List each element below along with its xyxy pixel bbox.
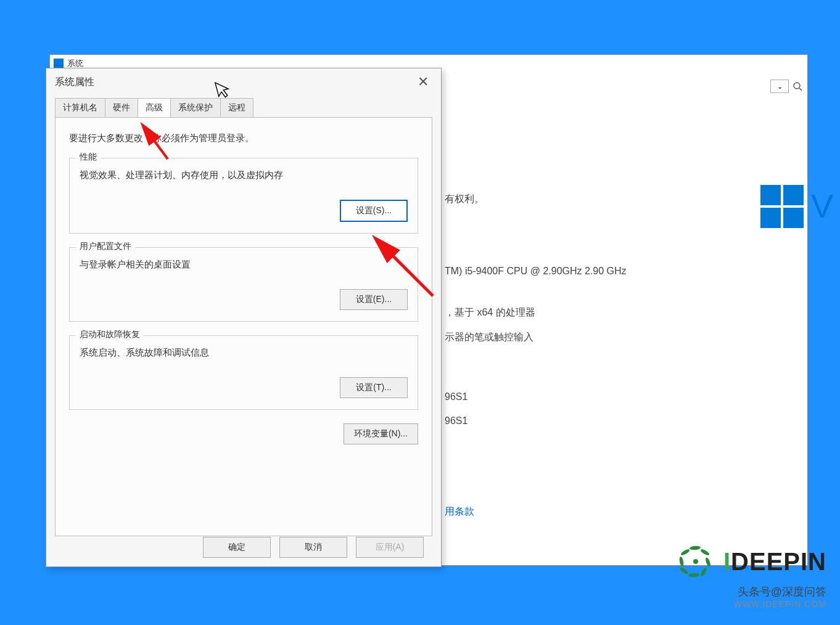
performance-group: 性能 视觉效果、处理器计划、内存使用，以及虚拟内存 设置(S)...: [69, 158, 418, 234]
watermark: IDEEPIN 头条号@深度问答 WWW.IDEEPIN.COM: [674, 540, 826, 609]
terms-link[interactable]: 用条款: [445, 503, 827, 520]
tab-computer-name[interactable]: 计算机名: [55, 98, 105, 117]
admin-intro: 要进行大多数更改，你必须作为管理员登录。: [69, 133, 418, 144]
id2-text: 96S1: [445, 412, 827, 429]
watermark-sub: 头条号@深度问答: [674, 584, 826, 599]
tab-hardware[interactable]: 硬件: [105, 98, 138, 117]
tab-remote[interactable]: 远程: [220, 98, 253, 117]
touch-text: 示器的笔或触控输入: [445, 329, 827, 345]
toolbar-right: ⌄: [770, 80, 804, 93]
apply-button[interactable]: 应用(A): [356, 537, 424, 558]
tab-body: 要进行大多数更改，你必须作为管理员登录。 性能 视觉效果、处理器计划、内存使用，…: [55, 117, 432, 536]
svg-point-12: [693, 559, 698, 564]
startup-desc: 系统启动、系统故障和调试信息: [80, 347, 408, 359]
windows-logo: V: [760, 178, 833, 235]
profiles-desc: 与登录帐户相关的桌面设置: [80, 259, 408, 271]
svg-point-11: [679, 557, 685, 567]
watermark-url: WWW.IDEEPIN.COM: [674, 599, 826, 609]
ok-button[interactable]: 确定: [203, 537, 271, 558]
cancel-button[interactable]: 取消: [279, 537, 347, 558]
dialog-footer: 确定 取消 应用(A): [203, 537, 424, 558]
cpu-text: TM) i5-9400F CPU @ 2.90GHz 2.90 GHz: [445, 263, 827, 279]
svg-line-1: [799, 88, 802, 91]
system-info-panel: V 有权利。 TM) i5-9400F CPU @ 2.90GHz 2.90 G…: [445, 178, 827, 520]
dropdown-chevron[interactable]: ⌄: [770, 80, 789, 93]
windows-logo-text: V: [811, 178, 833, 235]
svg-point-8: [699, 567, 707, 578]
dialog-title: 系统属性: [55, 76, 94, 89]
profiles-title: 用户配置文件: [76, 241, 135, 252]
startup-settings-button[interactable]: 设置(T)...: [340, 377, 408, 398]
profiles-group: 用户配置文件 与登录帐户相关的桌面设置 设置(E)...: [69, 247, 418, 322]
brand-logo-icon: [674, 540, 717, 583]
svg-point-4: [680, 548, 691, 556]
arch-text: ，基于 x64 的处理器: [445, 304, 827, 321]
search-icon[interactable]: [791, 80, 804, 92]
id1-text: 96S1: [445, 388, 827, 405]
performance-settings-button[interactable]: 设置(S)...: [340, 200, 408, 222]
profiles-settings-button[interactable]: 设置(E)...: [340, 289, 408, 310]
svg-point-6: [700, 548, 710, 556]
brand-text: IDEEPIN: [723, 548, 826, 576]
close-button[interactable]: ✕: [414, 75, 432, 89]
system-properties-dialog: 系统属性 ✕ 计算机名 硬件 高级 系统保护 远程 要进行大多数更改，你必须作为…: [46, 68, 442, 567]
startup-title: 启动和故障恢复: [76, 329, 144, 340]
performance-title: 性能: [76, 152, 101, 163]
chevron-down-icon: ⌄: [777, 83, 783, 91]
tab-advanced[interactable]: 高级: [138, 98, 171, 117]
tab-system-protection[interactable]: 系统保护: [170, 98, 221, 117]
svg-point-0: [794, 83, 800, 89]
svg-point-9: [688, 573, 699, 578]
environment-variables-button[interactable]: 环境变量(N)...: [344, 423, 418, 444]
performance-desc: 视觉效果、处理器计划、内存使用，以及虚拟内存: [80, 170, 408, 181]
startup-group: 启动和故障恢复 系统启动、系统故障和调试信息 设置(T)...: [69, 335, 418, 410]
window-icon: [54, 59, 64, 68]
close-icon: ✕: [418, 74, 429, 90]
svg-point-7: [704, 557, 711, 567]
dialog-titlebar: 系统属性 ✕: [46, 68, 441, 93]
tabs: 计算机名 硬件 高级 系统保护 远程: [46, 98, 441, 117]
svg-point-5: [690, 545, 701, 550]
windows-logo-icon: [760, 185, 804, 228]
svg-point-10: [679, 566, 690, 575]
